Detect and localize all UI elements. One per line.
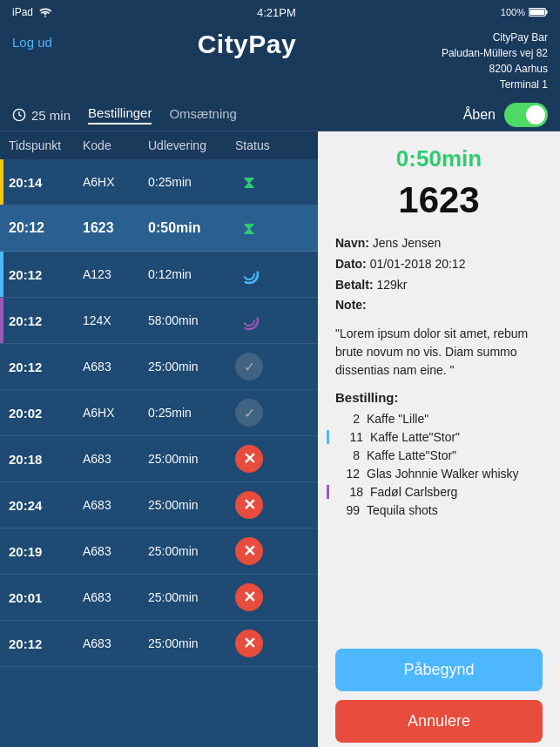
status-check-icon: ✓ xyxy=(235,353,263,380)
item-qty: 18 xyxy=(339,485,363,499)
item-qty: 12 xyxy=(335,467,360,481)
svg-rect-1 xyxy=(546,10,548,14)
row-time: 20:02 xyxy=(9,406,83,421)
clock-icon xyxy=(12,108,26,122)
venue-name: CityPay Bar xyxy=(442,30,548,45)
venue-address: Paludan-Müllers vej 82 xyxy=(442,45,548,61)
list-item: 18 Fadøl Carlsberg xyxy=(335,485,543,499)
row-code: A123 xyxy=(83,267,148,281)
blue-accent-bar xyxy=(327,430,329,444)
list-item: 12 Glas Johnnie Walker whisky xyxy=(335,467,543,481)
item-qty: 8 xyxy=(335,448,360,462)
item-name: Kaffe Latte"Stor" xyxy=(370,430,460,444)
detail-order-number: 1623 xyxy=(335,179,543,221)
item-name: Tequila shots xyxy=(367,503,438,517)
status-spinner-icon xyxy=(235,260,263,288)
row-delivery: 0:25min xyxy=(148,175,235,189)
nav-timer: 25 min xyxy=(12,108,71,123)
item-name: Kaffe Latte"Stor" xyxy=(367,448,456,462)
status-hourglass-icon: ⧗ xyxy=(235,168,263,196)
status-time: 4:21PM xyxy=(257,6,296,19)
timer-value: 25 min xyxy=(31,108,71,123)
item-name: Fadøl Carlsberg xyxy=(370,485,457,499)
row-time: 20:14 xyxy=(9,175,83,190)
annulere-button[interactable]: Annulere xyxy=(335,700,543,743)
row-delivery: 25:00min xyxy=(148,498,235,512)
table-row[interactable]: 20:12 A683 25:00min ✕ xyxy=(0,621,318,667)
col-udlevering: Udlevering xyxy=(148,138,235,152)
open-toggle[interactable] xyxy=(504,103,548,127)
detail-items-list: 2 Kaffe "Lille" 11 Kaffe Latte"Stor" 8 K… xyxy=(335,412,543,638)
tab-omsaetning[interactable]: Omsætning xyxy=(169,106,237,124)
table-row[interactable]: 20:24 A683 25:00min ✕ xyxy=(0,482,318,528)
venue-info: CityPay Bar Paludan-Müllers vej 82 8200 … xyxy=(442,30,548,92)
tab-bestillinger[interactable]: Bestillinger xyxy=(88,105,152,124)
table-row[interactable]: 20:01 A683 25:00min ✕ xyxy=(0,575,318,621)
orders-panel: Tidspunkt Kode Udlevering Status 20:14 A… xyxy=(0,131,318,747)
table-row[interactable]: 20:12 1623 0:50min ⧗ xyxy=(0,205,318,252)
detail-timer: 0:50min xyxy=(335,145,543,172)
table-row[interactable]: 20:14 A6HX 0:25min ⧗ xyxy=(0,159,318,205)
col-tidspunkt: Tidspunkt xyxy=(9,138,83,152)
row-code: A683 xyxy=(83,636,148,650)
col-kode: Kode xyxy=(83,138,148,152)
svg-point-7 xyxy=(244,315,254,326)
list-item: 2 Kaffe "Lille" xyxy=(335,412,543,426)
open-label: Åben xyxy=(463,107,496,123)
detail-note-text: "Lorem ipsum dolor sit amet, rebum brute… xyxy=(335,325,543,380)
status-x-icon: ✕ xyxy=(235,491,263,519)
row-code: A6HX xyxy=(83,406,148,420)
app-title: CityPay xyxy=(198,30,297,59)
status-spinner-purple-icon xyxy=(235,306,263,334)
svg-rect-2 xyxy=(530,10,544,15)
row-code: A683 xyxy=(83,544,148,558)
navn-label: Navn: xyxy=(335,236,369,250)
table-row[interactable]: 20:19 A683 25:00min ✕ xyxy=(0,528,318,575)
row-delivery: 25:00min xyxy=(148,590,235,604)
table-row[interactable]: 20:02 A6HX 0:25min ✓ xyxy=(0,390,318,436)
nav-right: Åben xyxy=(463,103,548,127)
table-row[interactable]: 20:12 124X 58:00min xyxy=(0,298,318,344)
table-row[interactable]: 20:18 A683 25:00min ✕ xyxy=(0,436,318,482)
row-code: A683 xyxy=(83,498,148,512)
status-left: iPad xyxy=(12,6,52,18)
main-content: Tidspunkt Kode Udlevering Status 20:14 A… xyxy=(0,131,560,747)
logout-button[interactable]: Log ud xyxy=(12,35,52,50)
ipad-label: iPad xyxy=(12,6,33,18)
row-code: A683 xyxy=(83,452,148,466)
row-time: 20:12 xyxy=(9,267,83,282)
betalt-value: 129kr xyxy=(376,278,407,292)
svg-point-5 xyxy=(244,269,254,279)
note-label: Note: xyxy=(335,298,367,312)
table-row[interactable]: 20:12 A683 25:00min ✓ xyxy=(0,344,318,390)
battery-label: 100% xyxy=(501,7,525,17)
nav-bar: 25 min Bestillinger Omsætning Åben xyxy=(0,99,560,131)
wifi-icon xyxy=(38,7,52,17)
status-hourglass-active-icon: ⧗ xyxy=(235,214,263,242)
row-time: 20:18 xyxy=(9,452,83,467)
row-delivery: 25:00min xyxy=(148,636,235,650)
row-delivery: 0:25min xyxy=(148,406,235,420)
header: Log ud CityPay CityPay Bar Paludan-Mülle… xyxy=(0,24,560,99)
detail-info: Navn: Jens Jensen Dato: 01/01-2018 20:12… xyxy=(335,233,543,316)
table-header: Tidspunkt Kode Udlevering Status xyxy=(0,131,318,159)
row-delivery: 25:00min xyxy=(148,544,235,558)
row-delivery: 25:00min xyxy=(148,360,235,374)
row-code: 1623 xyxy=(83,220,148,236)
list-item: 99 Tequila shots xyxy=(335,503,543,517)
row-delivery: 0:50min xyxy=(148,220,235,236)
row-time: 20:19 xyxy=(9,544,83,559)
list-item: 11 Kaffe Latte"Stor" xyxy=(335,430,543,444)
row-code: A683 xyxy=(83,360,148,374)
paabegynd-button[interactable]: Påbegynd xyxy=(335,649,543,691)
row-time: 20:12 xyxy=(9,220,83,236)
status-x-icon: ✕ xyxy=(235,445,263,473)
row-time: 20:12 xyxy=(9,313,83,328)
status-x-icon: ✕ xyxy=(235,629,263,657)
item-qty: 11 xyxy=(339,430,363,444)
table-row[interactable]: 20:12 A123 0:12min xyxy=(0,252,318,298)
purple-accent-bar xyxy=(327,485,329,499)
row-code: 124X xyxy=(83,313,148,327)
nav-left: 25 min Bestillinger Omsætning xyxy=(12,105,237,124)
col-status: Status xyxy=(235,138,296,152)
